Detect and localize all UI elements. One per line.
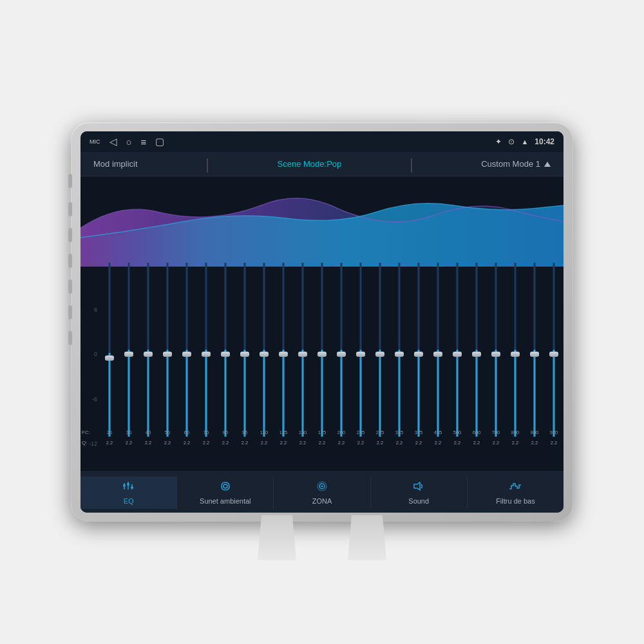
eq-slider-500[interactable] — [448, 260, 467, 448]
eq-slider-200[interactable] — [332, 260, 351, 448]
svg-marker-10 — [414, 482, 420, 490]
mode-scene[interactable]: Scene Mode:Pop — [278, 159, 342, 169]
slider-handle[interactable] — [453, 352, 462, 357]
slider-handle[interactable] — [144, 352, 153, 357]
slider-fill — [147, 350, 149, 437]
bass-icon — [508, 480, 522, 495]
eq-slider-80[interactable] — [216, 260, 235, 448]
slider-fill — [553, 350, 555, 437]
slider-handle[interactable] — [182, 352, 191, 357]
eq-slider-175[interactable] — [312, 260, 332, 448]
slider-track — [186, 263, 188, 437]
fc-value-375: 375 — [409, 430, 428, 435]
eq-slider-30[interactable] — [119, 260, 138, 448]
eq-slider-40[interactable] — [138, 260, 158, 448]
slider-handle[interactable] — [414, 352, 423, 357]
slider-handle[interactable] — [163, 352, 172, 357]
eq-slider-150[interactable] — [293, 260, 312, 448]
slider-handle[interactable] — [491, 352, 500, 357]
q-value-315: 2.2 — [390, 440, 409, 446]
slider-handle[interactable] — [549, 352, 558, 357]
nav-label-zona: ZONA — [312, 497, 332, 505]
slider-handle[interactable] — [395, 352, 404, 357]
side-button-rst[interactable] — [68, 202, 72, 216]
svg-point-9 — [321, 485, 323, 487]
side-button-vol-down[interactable] — [68, 331, 72, 345]
nav-item-sound[interactable]: Sound — [371, 477, 468, 509]
fc-value-920: 920 — [544, 430, 564, 435]
eq-slider-70[interactable] — [196, 260, 216, 448]
eq-slider-920[interactable] — [544, 260, 564, 448]
slider-handle[interactable] — [472, 352, 481, 357]
eq-slider-60[interactable] — [177, 260, 196, 448]
slider-handle[interactable] — [124, 352, 133, 357]
slider-handle[interactable] — [375, 352, 384, 357]
eq-slider-700[interactable] — [486, 260, 506, 448]
slider-fill — [341, 350, 343, 437]
q-value-435: 2.2 — [428, 440, 448, 446]
nav-item-zona[interactable]: ZONA — [274, 477, 370, 509]
side-button-home[interactable] — [68, 254, 72, 268]
slider-handle[interactable] — [279, 352, 288, 357]
nav-item-eq[interactable]: EQ — [80, 477, 177, 509]
mode-implicit[interactable]: Mod implicit — [93, 159, 138, 169]
eq-slider-125[interactable] — [274, 260, 293, 448]
fc-value-95: 95 — [235, 430, 254, 435]
eq-slider-600[interactable] — [467, 260, 486, 448]
device-stand — [258, 515, 386, 560]
slider-handle[interactable] — [317, 352, 327, 357]
slider-handle[interactable] — [105, 355, 114, 361]
stand-leg-right — [348, 515, 386, 560]
slider-handle[interactable] — [202, 352, 211, 357]
eq-slider-435[interactable] — [428, 260, 448, 448]
slider-fill — [457, 350, 459, 437]
side-button-vol-up[interactable] — [68, 305, 72, 319]
mode-custom[interactable]: Custom Mode 1 — [481, 159, 551, 169]
side-button-mic[interactable] — [68, 174, 72, 188]
fc-value-150: 150 — [293, 430, 312, 435]
back-button[interactable]: ◁ — [109, 136, 117, 147]
slider-handle[interactable] — [530, 352, 539, 357]
eq-slider-50[interactable] — [158, 260, 177, 448]
fc-value-200: 200 — [332, 430, 351, 435]
slider-track — [128, 263, 130, 437]
eq-slider-800[interactable] — [506, 260, 525, 448]
q-value-920: 2.2 — [544, 440, 564, 446]
fc-value-175: 175 — [312, 430, 332, 435]
slider-handle[interactable] — [260, 352, 269, 357]
slider-handle[interactable] — [298, 352, 307, 357]
side-button-back[interactable] — [68, 279, 72, 294]
nav-item-bass[interactable]: Filtru de bas — [468, 477, 564, 509]
q-value-860: 2.2 — [525, 440, 544, 446]
eq-slider-20[interactable] — [100, 260, 119, 448]
fc-value-50: 50 — [158, 430, 177, 435]
slider-track — [147, 263, 149, 437]
home-button[interactable]: ○ — [126, 137, 132, 147]
eq-slider-315[interactable] — [390, 260, 409, 448]
slider-track — [495, 263, 497, 437]
q-value-375: 2.2 — [409, 440, 428, 446]
recent-button[interactable]: ▢ — [155, 136, 164, 147]
nav-item-ambient[interactable]: Sunet ambiental — [177, 477, 274, 509]
slider-fill — [109, 353, 111, 437]
menu-button[interactable]: ≡ — [141, 137, 147, 147]
slider-handle[interactable] — [221, 352, 230, 357]
eq-slider-860[interactable] — [525, 260, 544, 448]
time-display: 10:42 — [535, 137, 554, 146]
slider-handle[interactable] — [511, 352, 520, 357]
eq-slider-235[interactable] — [351, 260, 370, 448]
slider-handle[interactable] — [356, 352, 365, 357]
q-value-275: 2.2 — [370, 440, 390, 446]
device-frame: MIC ◁ ○ ≡ ▢ ✦ ⊙ ▲ 10:42 Mod implicit | S… — [71, 122, 573, 522]
eq-slider-375[interactable] — [409, 260, 428, 448]
side-button-power[interactable] — [68, 228, 72, 242]
slider-handle[interactable] — [337, 352, 346, 357]
svg-point-5 — [131, 486, 133, 489]
eq-slider-95[interactable] — [235, 260, 254, 448]
eq-slider-275[interactable] — [370, 260, 390, 448]
slider-handle[interactable] — [433, 352, 442, 357]
fc-value-435: 435 — [428, 430, 448, 435]
slider-fill — [379, 350, 381, 437]
eq-slider-110[interactable] — [254, 260, 274, 448]
slider-handle[interactable] — [240, 352, 249, 357]
